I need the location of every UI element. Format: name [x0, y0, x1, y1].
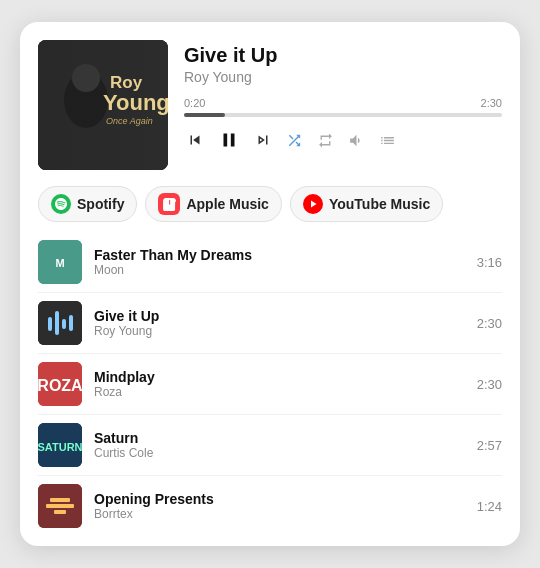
- track-row-artist-3: Curtis Cole: [94, 446, 465, 460]
- progress-times: 0:20 2:30: [184, 97, 502, 109]
- track-thumb-0: M: [38, 240, 82, 284]
- now-playing-section: Roy Young Once Again Give it Up Roy Youn…: [38, 40, 502, 170]
- repeat-button[interactable]: [315, 130, 336, 151]
- track-row-info-1: Give it Up Roy Young: [94, 308, 465, 338]
- track-info: Give it Up Roy Young 0:20 2:30: [184, 40, 502, 170]
- track-row[interactable]: SATURN Saturn Curtis Cole 2:57: [38, 415, 502, 476]
- track-row[interactable]: ROZA Mindplay Roza 2:30: [38, 354, 502, 415]
- youtube-music-label: YouTube Music: [329, 196, 430, 212]
- pause-button[interactable]: [216, 127, 242, 153]
- tab-youtube-music[interactable]: YouTube Music: [290, 186, 443, 222]
- track-thumb-1: [38, 301, 82, 345]
- track-row-duration-4: 1:24: [477, 499, 502, 514]
- track-row-artist-1: Roy Young: [94, 324, 465, 338]
- main-card: Roy Young Once Again Give it Up Roy Youn…: [20, 22, 520, 546]
- album-art: Roy Young Once Again: [38, 40, 168, 170]
- tab-spotify[interactable]: Spotify: [38, 186, 137, 222]
- track-thumb-3: SATURN: [38, 423, 82, 467]
- svg-text:ROZA: ROZA: [38, 377, 82, 394]
- track-row-info-2: Mindplay Roza: [94, 369, 465, 399]
- shuffle-button[interactable]: [284, 130, 305, 151]
- track-row-info-4: Opening Presents Borrtex: [94, 491, 465, 521]
- fastforward-button[interactable]: [252, 129, 274, 151]
- spotify-icon: [51, 194, 71, 214]
- track-row-title-4: Opening Presents: [94, 491, 465, 507]
- svg-text:Once Again: Once Again: [106, 116, 153, 126]
- track-artist: Roy Young: [184, 69, 502, 85]
- svg-rect-9: [38, 301, 82, 345]
- svg-text:Young: Young: [103, 90, 168, 115]
- track-row[interactable]: Give it Up Roy Young 2:30: [38, 293, 502, 354]
- track-row-duration-2: 2:30: [477, 377, 502, 392]
- svg-rect-11: [55, 311, 59, 335]
- playlist-button[interactable]: [377, 130, 398, 151]
- progress-fill: [184, 113, 225, 117]
- svg-rect-19: [46, 504, 74, 508]
- track-row[interactable]: M Faster Than My Dreams Moon 3:16: [38, 232, 502, 293]
- svg-rect-13: [69, 315, 73, 331]
- svg-rect-10: [48, 317, 52, 331]
- youtube-music-icon: [303, 194, 323, 214]
- track-title: Give it Up: [184, 44, 502, 67]
- track-row-artist-0: Moon: [94, 263, 465, 277]
- playback-controls: [184, 127, 502, 153]
- service-tabs: Spotify Apple Music YouTube Music: [38, 186, 502, 222]
- current-time: 0:20: [184, 97, 205, 109]
- rewind-button[interactable]: [184, 129, 206, 151]
- track-row-duration-0: 3:16: [477, 255, 502, 270]
- svg-rect-21: [54, 510, 66, 514]
- apple-music-label: Apple Music: [186, 196, 268, 212]
- progress-bar-container[interactable]: 0:20 2:30: [184, 97, 502, 117]
- spotify-label: Spotify: [77, 196, 124, 212]
- track-row-artist-4: Borrtex: [94, 507, 465, 521]
- volume-button[interactable]: [346, 130, 367, 151]
- svg-rect-12: [62, 319, 66, 329]
- svg-rect-20: [50, 498, 70, 502]
- track-row-title-3: Saturn: [94, 430, 465, 446]
- track-row-info-3: Saturn Curtis Cole: [94, 430, 465, 460]
- total-time: 2:30: [481, 97, 502, 109]
- track-row-duration-3: 2:57: [477, 438, 502, 453]
- track-row-artist-2: Roza: [94, 385, 465, 399]
- tab-apple-music[interactable]: Apple Music: [145, 186, 281, 222]
- track-row[interactable]: Opening Presents Borrtex 1:24: [38, 476, 502, 536]
- track-row-duration-1: 2:30: [477, 316, 502, 331]
- apple-music-icon: [158, 193, 180, 215]
- progress-bar[interactable]: [184, 113, 502, 117]
- track-thumb-4: [38, 484, 82, 528]
- svg-text:M: M: [55, 257, 64, 269]
- track-row-title-1: Give it Up: [94, 308, 465, 324]
- svg-text:SATURN: SATURN: [38, 441, 82, 453]
- track-row-title-2: Mindplay: [94, 369, 465, 385]
- track-thumb-2: ROZA: [38, 362, 82, 406]
- track-row-info-0: Faster Than My Dreams Moon: [94, 247, 465, 277]
- track-list: M Faster Than My Dreams Moon 3:16: [38, 232, 502, 536]
- track-row-title-0: Faster Than My Dreams: [94, 247, 465, 263]
